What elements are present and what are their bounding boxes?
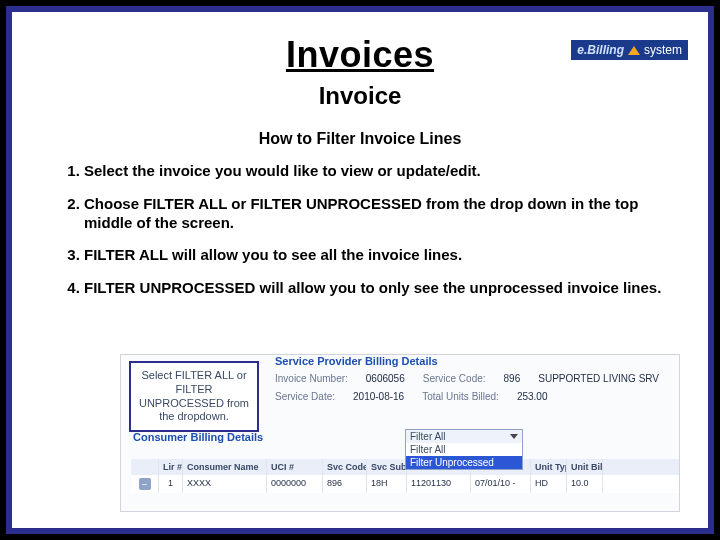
step-list: Select the invoice you would like to vie… — [58, 162, 662, 298]
filter-option[interactable]: Filter All — [406, 443, 522, 456]
triangle-icon — [628, 46, 640, 55]
callout-box: Select FILTER ALL or FILTER UNPROCESSED … — [129, 361, 259, 432]
logo-brand-right: system — [644, 43, 682, 57]
invoice-number-value: 0606056 — [366, 373, 405, 384]
col-header: Svc Subc — [367, 459, 407, 475]
expand-toggle[interactable]: – — [131, 475, 159, 493]
cell: 07/01/10 - — [471, 475, 531, 493]
service-date-value: 2010-08-16 — [353, 391, 404, 402]
service-code-value: 896 — [504, 373, 521, 384]
filter-selected-label: Filter All — [410, 431, 446, 442]
col-header: Unit Bill — [567, 459, 603, 475]
slide: e.Billing system Invoices Invoice How to… — [6, 6, 714, 534]
cell: HD — [531, 475, 567, 493]
chevron-down-icon — [510, 434, 518, 439]
col-header: Unit Type — [531, 459, 567, 475]
header: e.Billing system Invoices Invoice — [12, 12, 708, 110]
step-item: FILTER UNPROCESSED will allow you to onl… — [84, 279, 662, 298]
service-code-desc: SUPPORTED LIVING SRV — [538, 373, 659, 384]
sp-section-title: Service Provider Billing Details — [275, 355, 438, 367]
total-units-label: Total Units Billed: — [422, 391, 499, 402]
col-header: UCI # — [267, 459, 323, 475]
col-header: Svc Code — [323, 459, 367, 475]
filter-option[interactable]: Filter Unprocessed — [406, 456, 522, 469]
col-header — [131, 459, 159, 475]
col-header: Consumer Name — [183, 459, 267, 475]
app-logo: e.Billing system — [571, 40, 688, 60]
col-header: Lir # — [159, 459, 183, 475]
cell: 10.0 — [567, 475, 603, 493]
step-item: FILTER ALL will allow you to see all the… — [84, 246, 662, 265]
cell: 1 — [159, 475, 183, 493]
cell: 896 — [323, 475, 367, 493]
filter-dropdown[interactable]: Filter All Filter All Filter Unprocessed — [405, 429, 523, 470]
cell: 11201130 — [407, 475, 471, 493]
cell: XXXX — [183, 475, 267, 493]
cell: 0000000 — [267, 475, 323, 493]
invoice-number-label: Invoice Number: — [275, 373, 348, 384]
step-item: Choose FILTER ALL or FILTER UNPROCESSED … — [84, 195, 662, 233]
logo-brand-left: e.Billing — [577, 43, 624, 57]
cb-section-title: Consumer Billing Details — [133, 431, 263, 443]
table-row[interactable]: – 1 XXXX 0000000 896 18H 11201130 07/01/… — [131, 475, 679, 493]
detail-row: Invoice Number: 0606056 Service Code: 89… — [275, 373, 659, 384]
detail-row: Service Date: 2010-08-16 Total Units Bil… — [275, 391, 547, 402]
step-item: Select the invoice you would like to vie… — [84, 162, 662, 181]
minus-icon: – — [139, 478, 151, 490]
howto-heading: How to Filter Invoice Lines — [12, 130, 708, 148]
screenshot-inset: Select FILTER ALL or FILTER UNPROCESSED … — [120, 354, 680, 512]
service-date-label: Service Date: — [275, 391, 335, 402]
filter-selected[interactable]: Filter All — [406, 430, 522, 443]
service-code-label: Service Code: — [423, 373, 486, 384]
cell: 18H — [367, 475, 407, 493]
total-units-value: 253.00 — [517, 391, 548, 402]
page-subtitle: Invoice — [12, 82, 708, 110]
